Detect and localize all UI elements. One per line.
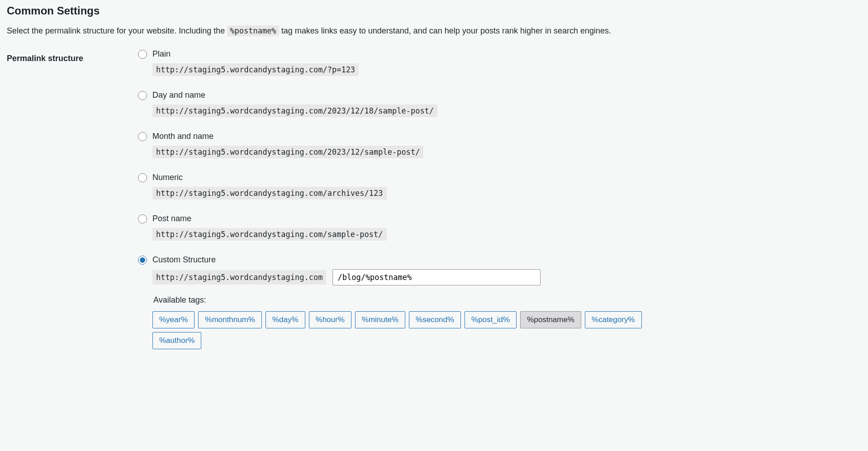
custom-structure-row: http://staging5.wordcandystaging.com	[152, 269, 861, 285]
radio-month-name[interactable]	[138, 132, 147, 141]
permalink-options: Plain http://staging5.wordcandystaging.c…	[138, 49, 861, 364]
custom-url-prefix: http://staging5.wordcandystaging.com	[152, 270, 326, 285]
option-custom-label-row[interactable]: Custom Structure	[138, 255, 861, 265]
intro-after: tag makes links easy to understand, and …	[281, 26, 611, 35]
tag-year-button[interactable]: %year%	[152, 311, 194, 328]
option-month-name: Month and name http://staging5.wordcandy…	[138, 132, 861, 158]
option-custom-label: Custom Structure	[152, 255, 216, 265]
tag-post-id-button[interactable]: %post_id%	[465, 311, 517, 328]
option-month-name-label: Month and name	[152, 132, 213, 141]
tag-category-button[interactable]: %category%	[585, 311, 641, 328]
permalink-structure-label: Permalink structure	[7, 49, 138, 63]
option-day-name-example: http://staging5.wordcandystaging.com/202…	[152, 104, 437, 117]
option-day-name: Day and name http://staging5.wordcandyst…	[138, 90, 861, 117]
option-month-name-label-row[interactable]: Month and name	[138, 132, 861, 141]
option-post-name: Post name http://staging5.wordcandystagi…	[138, 214, 861, 241]
option-plain: Plain http://staging5.wordcandystaging.c…	[138, 49, 861, 76]
tag-minute-button[interactable]: %minute%	[355, 311, 405, 328]
tag-hour-button[interactable]: %hour%	[309, 311, 351, 328]
option-numeric: Numeric http://staging5.wordcandystaging…	[138, 173, 861, 199]
option-numeric-example: http://staging5.wordcandystaging.com/arc…	[152, 187, 387, 199]
option-plain-label-row[interactable]: Plain	[138, 49, 861, 59]
option-numeric-label-row[interactable]: Numeric	[138, 173, 861, 182]
option-plain-label: Plain	[152, 49, 171, 59]
option-post-name-label-row[interactable]: Post name	[138, 214, 861, 223]
permalink-structure-row: Permalink structure Plain http://staging…	[7, 49, 861, 364]
intro-before: Select the permalink structure for your …	[7, 26, 227, 35]
tag-monthnum-button[interactable]: %monthnum%	[198, 311, 262, 328]
available-tags-label: Available tags:	[153, 295, 861, 305]
radio-numeric[interactable]	[138, 173, 147, 182]
option-day-name-label: Day and name	[152, 90, 205, 100]
intro-postname-tag: %postname%	[227, 25, 279, 36]
radio-plain[interactable]	[138, 50, 147, 59]
option-numeric-label: Numeric	[152, 173, 183, 182]
option-day-name-label-row[interactable]: Day and name	[138, 90, 861, 100]
option-post-name-example: http://staging5.wordcandystaging.com/sam…	[152, 228, 387, 241]
available-tags-row: %year% %monthnum% %day% %hour% %minute% …	[152, 311, 659, 349]
option-month-name-example: http://staging5.wordcandystaging.com/202…	[152, 146, 423, 158]
custom-structure-input[interactable]	[332, 269, 541, 285]
tag-author-button[interactable]: %author%	[152, 332, 201, 349]
section-title: Common Settings	[7, 5, 861, 17]
option-post-name-label: Post name	[152, 214, 191, 223]
radio-post-name[interactable]	[138, 214, 147, 223]
radio-day-name[interactable]	[138, 91, 147, 100]
tag-second-button[interactable]: %second%	[409, 311, 461, 328]
tag-day-button[interactable]: %day%	[266, 311, 305, 328]
tag-postname-button[interactable]: %postname%	[520, 311, 581, 328]
intro-text: Select the permalink structure for your …	[7, 25, 861, 37]
option-plain-example: http://staging5.wordcandystaging.com/?p=…	[152, 63, 359, 76]
radio-custom[interactable]	[138, 256, 147, 265]
option-custom: Custom Structure http://staging5.wordcan…	[138, 255, 861, 349]
